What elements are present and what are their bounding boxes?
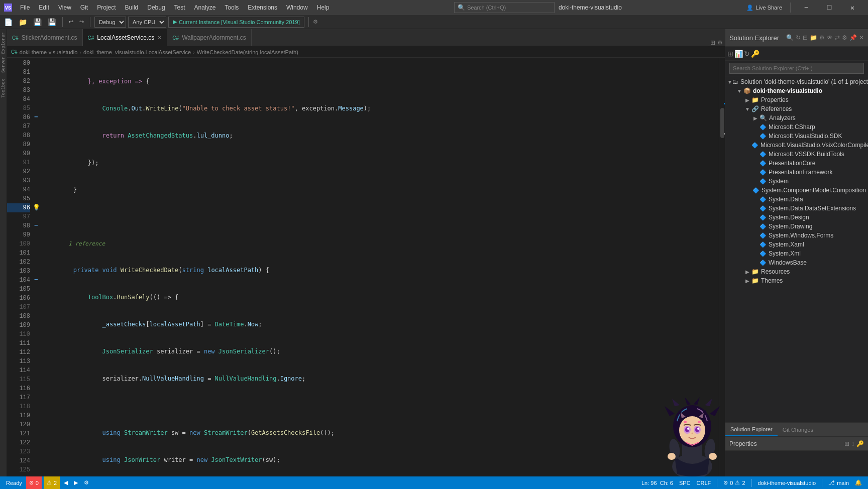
menu-window[interactable]: Window [282, 2, 312, 13]
tree-ref-presentationfw[interactable]: 🔷 PresentationFramework [725, 168, 868, 177]
maximize-button[interactable]: □ [818, 0, 841, 15]
status-warnings[interactable]: ⚠ 2 [44, 476, 60, 489]
props-sort-btn[interactable]: ↕ [851, 440, 854, 447]
props-key-btn[interactable]: 🔑 [856, 440, 864, 447]
menu-project[interactable]: Project [93, 2, 120, 13]
tree-project[interactable]: ▼ 📦 doki-theme-visualstudio [725, 86, 868, 95]
tree-ref-presentationcore[interactable]: 🔷 PresentationCore [725, 159, 868, 168]
status-nav-back[interactable]: ◀ [62, 479, 70, 486]
tree-ref-system-wf[interactable]: 🔷 System.Windows.Forms [725, 231, 868, 240]
menu-debug[interactable]: Debug [143, 2, 169, 13]
menu-view[interactable]: View [54, 2, 75, 13]
new-project-btn[interactable]: 📄 [2, 17, 15, 27]
breadcrumb-project[interactable]: doki-theme-visualstudio [20, 49, 78, 55]
menu-analyze[interactable]: Analyze [190, 2, 220, 13]
save-all-btn[interactable]: 💾 [46, 17, 58, 27]
run-button[interactable]: ▶ Current Instance [Visual Studio Commun… [168, 17, 304, 28]
props-categorize-btn[interactable]: ⊞ [844, 440, 849, 447]
pin-btn[interactable]: 📌 [849, 34, 857, 41]
split-editor-btn[interactable]: ⊞ [710, 39, 715, 46]
error-count-bottom: 0 [730, 480, 733, 486]
tree-ref-vssdk-buildtools[interactable]: 🔷 Microsoft.VSSDK.BuildTools [725, 150, 868, 159]
breadcrumb-namespace[interactable]: doki_theme_visualstudio.LocalAssetServic… [83, 49, 191, 55]
live-share-btn[interactable]: 👤 Live Share [742, 5, 786, 11]
status-nav-forward[interactable]: ▶ [72, 479, 80, 486]
platform-dropdown[interactable]: Any CPU [128, 17, 166, 28]
close-panel-btn[interactable]: ✕ [859, 34, 864, 41]
menu-git[interactable]: Git [76, 2, 92, 13]
breadcrumb-method[interactable]: WriteCheckedDate(string localAssetPath) [197, 49, 298, 55]
solution-explorer-tab-bottom[interactable]: Solution Explorer [725, 423, 778, 436]
tree-ref-system-drawing[interactable]: 🔷 System.Drawing [725, 222, 868, 231]
tree-ref-vsix-color[interactable]: 🔷 Microsoft.VisualStudio.VsixColorCompil… [725, 141, 868, 150]
tree-solution-root[interactable]: ▼ 🗂 Solution 'doki-theme-visualstudio' (… [725, 77, 868, 86]
status-errors[interactable]: ⊗ 0 [26, 476, 42, 489]
sol-show-all-btn[interactable]: 📁 [810, 34, 817, 41]
sol-tb-btn-2[interactable]: 📊 [734, 50, 743, 58]
close-button[interactable]: ✕ [841, 0, 864, 15]
code-editor[interactable]: }, exception => { Console.Out.WriteLine(… [40, 58, 719, 476]
tree-ref-vs-sdk[interactable]: 🔷 Microsoft.VisualStudio.SDK [725, 132, 868, 141]
tree-ref-system-data[interactable]: 🔷 System.Data [725, 195, 868, 204]
sol-collapse-btn[interactable]: ⊟ [803, 34, 808, 41]
sol-preview-btn[interactable]: 👁 [827, 34, 833, 41]
tree-ref-system-cmc[interactable]: 🔷 System.ComponentModel.Composition [725, 186, 868, 195]
tree-ref-microsoft-csharp[interactable]: 🔷 Microsoft.CSharp [725, 123, 868, 132]
sol-search-btn[interactable]: 🔍 [786, 34, 794, 41]
redo-btn[interactable]: ↪ [77, 18, 86, 26]
error-icon: ⊗ [29, 479, 34, 486]
undo-btn[interactable]: ↩ [67, 18, 75, 26]
menu-extensions[interactable]: Extensions [244, 2, 281, 13]
status-ready[interactable]: Ready [4, 480, 24, 486]
status-branch[interactable]: ⎇ main [826, 479, 851, 486]
toolbox-tab[interactable]: Toolbox [0, 77, 7, 100]
server-explorer-tab[interactable]: Server Explorer [0, 30, 7, 75]
sol-tb-btn-4[interactable]: 🔑 [751, 50, 759, 58]
live-share-icon: 👤 [746, 5, 753, 11]
editor-scrollbar[interactable] [719, 58, 725, 476]
tree-ref-windowsbase[interactable]: 🔷 WindowsBase [725, 258, 868, 267]
close-all-tabs-btn[interactable]: ⚙ [717, 39, 723, 46]
tree-ref-system-xaml[interactable]: 🔷 System.Xaml [725, 240, 868, 249]
tree-properties[interactable]: ▶ 📁 Properties [725, 95, 868, 104]
tree-themes[interactable]: ▶ 📁 Themes [725, 276, 868, 285]
tab-localassetservice[interactable]: C# LocalAssetService.cs ✕ [83, 29, 168, 46]
solution-search-input[interactable] [729, 63, 864, 74]
tab-stickeradornment[interactable]: C# StickerAdornment.cs [7, 29, 83, 46]
status-errors-bottom[interactable]: ⊗ 0 ⚠ 2 [721, 479, 747, 486]
sol-tb-btn-3[interactable]: ↻ [744, 50, 750, 58]
tree-ref-system-data-dse[interactable]: 🔷 System.Data.DataSetExtensions [725, 204, 868, 213]
git-changes-tab[interactable]: Git Changes [778, 423, 818, 436]
status-line-endings[interactable]: CRLF [695, 480, 713, 486]
sol-sync-btn[interactable]: ⇄ [835, 34, 840, 41]
sol-refresh-btn[interactable]: ↻ [796, 34, 801, 41]
menu-file[interactable]: File [16, 2, 34, 13]
status-project-name[interactable]: doki-theme-visualstudio [756, 480, 818, 486]
status-position[interactable]: Ln: 96 Ch: 6 [639, 480, 675, 486]
menu-help[interactable]: Help [313, 2, 334, 13]
toolbar-extra-btn[interactable]: ⚙ [313, 19, 318, 25]
status-nav-extra[interactable]: ⚙ [82, 479, 91, 486]
tree-ref-system-xml[interactable]: 🔷 System.Xml [725, 249, 868, 258]
open-btn[interactable]: 📁 [17, 17, 29, 27]
tree-resources[interactable]: ▶ 📁 Resources [725, 267, 868, 276]
status-notifications[interactable]: 🔔 [853, 479, 864, 486]
menu-tools[interactable]: Tools [221, 2, 243, 13]
status-indentation[interactable]: SPC [677, 480, 693, 486]
tree-ref-system[interactable]: 🔷 System [725, 177, 868, 186]
tab-close-btn[interactable]: ✕ [157, 35, 162, 41]
tree-ref-system-design[interactable]: 🔷 System.Design [725, 213, 868, 222]
sol-tb-btn-1[interactable]: ⊞ [727, 50, 733, 58]
minimize-button[interactable]: − [795, 0, 818, 15]
sol-filter-btn[interactable]: ⚙ [819, 34, 825, 41]
tree-analyzers[interactable]: ▶ 🔍 Analyzers [725, 113, 868, 123]
warning-icon: ⚠ [47, 479, 52, 486]
menu-build[interactable]: Build [121, 2, 143, 13]
tab-wallpaperadornment[interactable]: C# WallpaperAdornment.cs [167, 29, 251, 46]
save-btn[interactable]: 💾 [31, 17, 44, 27]
menu-test[interactable]: Test [170, 2, 189, 13]
debug-config-dropdown[interactable]: Debug [94, 17, 126, 28]
sol-settings-btn[interactable]: ⚙ [842, 34, 847, 41]
tree-references[interactable]: ▼ 🔗 References [725, 104, 868, 113]
menu-edit[interactable]: Edit [35, 2, 53, 13]
